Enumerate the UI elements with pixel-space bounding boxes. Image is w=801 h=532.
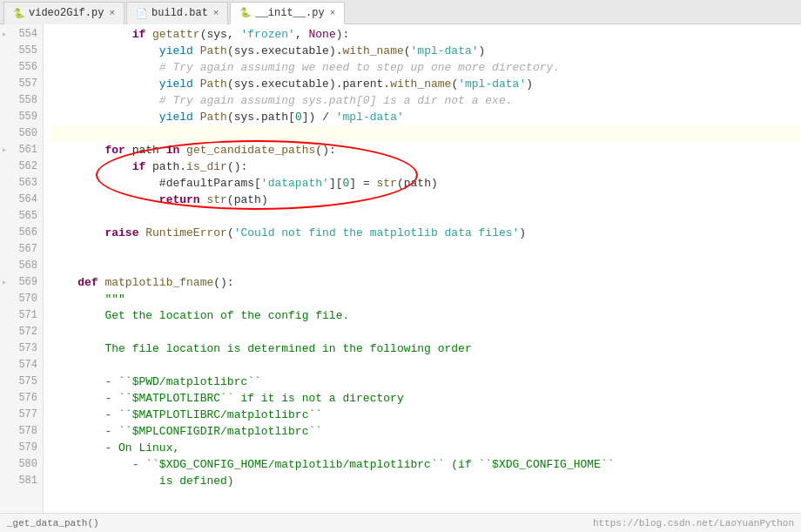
code-line-572 (50, 324, 801, 340)
code-line-578: - ``$MPLCONFIGDIR/matplotlibrc`` (50, 423, 801, 440)
code-line-570: """ (50, 291, 801, 307)
code-line-573: The file location is determined in the f… (50, 340, 801, 357)
line-num-572: 572 (0, 324, 37, 340)
line-num-580: 580 (0, 456, 37, 473)
tab-icon-build-bat: 📄 (136, 8, 148, 19)
code-line-580: - ``$XDG_CONFIG_HOME/matplotlib/matplotl… (50, 456, 801, 473)
code-line-560 (50, 125, 801, 142)
code-line-564: return str(path) (50, 192, 801, 208)
code-line-558: # Try again assuming sys.path[0] is a di… (50, 92, 801, 109)
tab-label-build-bat: build.bat (151, 7, 208, 19)
code-line-574 (50, 357, 801, 374)
code-line-561: for path in get_candidate_paths(): (50, 142, 801, 158)
code-line-557: yield Path(sys.executable).parent.with_n… (50, 76, 801, 92)
tab-icon-init-py: 🐍 (239, 7, 252, 18)
tab-label-init-py: __init__.py (255, 7, 324, 19)
line-num-557: 557 (0, 76, 37, 92)
line-num-559: 559 (0, 109, 37, 125)
tab-video2gif[interactable]: 🐍 video2Gif.py × (3, 2, 125, 24)
tab-label-video2gif: video2Gif.py (29, 7, 104, 19)
code-line-565 (50, 208, 801, 225)
code-line-562: if path.is_dir(): (50, 158, 801, 175)
line-num-571: 571 (0, 307, 37, 324)
code-area[interactable]: if getattr(sys, 'frozen', None): yield P… (44, 24, 801, 513)
bottom-label: _get_data_path() (0, 518, 99, 529)
line-num-576: 576 (0, 390, 37, 407)
line-num-554: 554▸ (0, 26, 37, 43)
close-tab-build-bat[interactable]: × (213, 8, 219, 18)
code-line-555: yield Path(sys.executable).with_name('mp… (50, 43, 801, 59)
code-line-559: yield Path(sys.path[0]) / 'mpl-data' (50, 109, 801, 125)
tab-icon-video2gif: 🐍 (13, 8, 25, 19)
close-tab-init-py[interactable]: × (330, 8, 336, 18)
line-num-570: 570 (0, 291, 37, 307)
code-line-554: if getattr(sys, 'frozen', None): (50, 26, 801, 43)
line-number-gutter: 554▸555556557558559560561▸56256356456556… (0, 24, 44, 513)
line-num-561: 561▸ (0, 142, 37, 158)
tab-init-py[interactable]: 🐍 __init__.py × (230, 2, 345, 24)
line-num-569: 569▸ (0, 274, 37, 291)
status-bar: _get_data_path() https://blog.csdn.net/L… (0, 513, 801, 532)
code-line-563: #defaultParams['datapath'][0] = str(path… (50, 175, 801, 192)
line-num-566: 566 (0, 225, 37, 241)
code-line-556: # Try again assuming we need to step up … (50, 59, 801, 76)
line-num-567: 567 (0, 241, 37, 258)
tab-build-bat[interactable]: 📄 build.bat × (126, 2, 228, 24)
line-num-573: 573 (0, 340, 37, 357)
code-line-579: - On Linux, (50, 440, 801, 456)
code-line-575: - ``$PWD/matplotlibrc`` (50, 374, 801, 390)
line-num-564: 564 (0, 192, 37, 208)
line-num-578: 578 (0, 423, 37, 440)
line-num-581: 581 (0, 473, 37, 489)
line-num-556: 556 (0, 59, 37, 76)
code-line-569: def matplotlib_fname(): (50, 274, 801, 291)
tab-bar: 🐍 video2Gif.py × 📄 build.bat × 🐍 __init_… (0, 0, 801, 24)
line-num-560: 560 (0, 125, 37, 142)
code-line-566: raise RuntimeError('Could not find the m… (50, 225, 801, 241)
line-num-558: 558 (0, 92, 37, 109)
line-num-579: 579 (0, 440, 37, 456)
code-line-571: Get the location of the config file. (50, 307, 801, 324)
line-num-565: 565 (0, 208, 37, 225)
line-num-555: 555 (0, 43, 37, 59)
code-line-581: is defined) (50, 473, 801, 489)
editor: 554▸555556557558559560561▸56256356456556… (0, 24, 801, 513)
line-num-563: 563 (0, 175, 37, 192)
line-num-577: 577 (0, 407, 37, 423)
code-line-568 (50, 258, 801, 274)
line-num-574: 574 (0, 357, 37, 374)
line-num-562: 562 (0, 158, 37, 175)
blog-url: https://blog.csdn.net/LaoYuanPython (593, 518, 794, 529)
code-line-576: - ``$MATPLOTLIBRC`` if it is not a direc… (50, 390, 801, 407)
line-num-568: 568 (0, 258, 37, 274)
line-num-575: 575 (0, 374, 37, 390)
code-line-577: - ``$MATPLOTLIBRC/matplotlibrc`` (50, 407, 801, 423)
close-tab-video2gif[interactable]: × (109, 8, 115, 18)
code-line-567 (50, 241, 801, 258)
